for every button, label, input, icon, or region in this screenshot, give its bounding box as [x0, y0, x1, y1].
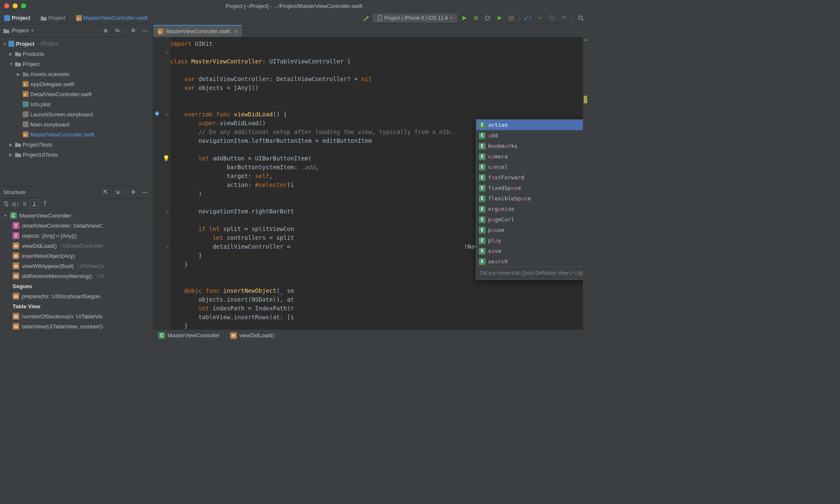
project-icon [8, 41, 14, 47]
sync-icon[interactable]: ↙✓ [524, 13, 533, 23]
history-icon[interactable] [547, 13, 556, 23]
enum-badge-icon: E [479, 132, 486, 139]
chevron-right-icon[interactable]: ▶ [17, 72, 21, 76]
locate-icon[interactable]: ⊕ [101, 26, 110, 35]
completion-item[interactable]: EbookmarksUIBarButtonSystemItem [476, 141, 588, 151]
completion-item[interactable]: EsearchUIBarButtonSystemItem [476, 256, 588, 267]
structure-item[interactable]: minsertNewObject(Any) [0, 251, 153, 261]
stop-button[interactable] [507, 13, 516, 23]
method-badge-icon: m [13, 252, 19, 259]
tree-item[interactable]: sDetailViewController.swift [0, 89, 153, 99]
tree-item[interactable]: Info.plist [0, 99, 153, 109]
sort-icon[interactable]: ⇅ [3, 200, 9, 208]
structure-item[interactable]: mdidReceiveMemoryWarning() ↑UI [0, 271, 153, 281]
structure-item[interactable]: mtableView(UITableView, numberO [0, 321, 153, 331]
completion-item[interactable]: EcameraUIBarButtonSystemItem [476, 151, 588, 162]
collapse-icon[interactable]: ⇆ [113, 26, 122, 35]
close-icon[interactable]: × [234, 28, 238, 35]
chevron-down-icon[interactable]: ▼ [9, 62, 13, 66]
tree-item[interactable]: ▶Assets.xcassets [0, 69, 153, 79]
revert-icon[interactable]: ↶ [559, 13, 568, 23]
code-editor[interactable]: 💡 o ⊟ ⊟ ⊟ ⊟ import UIKit class MasterVie… [153, 37, 588, 329]
autoscroll-from-icon[interactable]: ⤒ [42, 200, 47, 208]
breadcrumb-file[interactable]: s MasterViewController.swift [74, 15, 150, 21]
completion-item[interactable]: EsaveUIBarButtonSystemItem [476, 246, 588, 256]
chevron-right-icon[interactable]: ▶ [9, 152, 13, 157]
completion-item[interactable]: EfastForwardUIBarButtonSystemItem [476, 172, 588, 183]
tree-item[interactable]: LaunchScreen.storyboard [0, 109, 153, 119]
fold-icon[interactable]: ⊟ [166, 207, 168, 216]
structure-item[interactable]: mviewWillAppear(Bool) ↑UIViewCo [0, 261, 153, 271]
minimize-icon[interactable] [13, 3, 18, 8]
override-marker-icon[interactable]: o [154, 110, 160, 119]
structure-item[interactable]: Table View [0, 301, 153, 311]
tree-item[interactable]: ▶ProjectTests [0, 139, 153, 150]
chevron-down-icon[interactable]: ▼ [3, 42, 7, 46]
svg-rect-10 [8, 41, 14, 47]
swift-file-icon: s [76, 15, 82, 21]
gear-icon[interactable]: ✲ [129, 188, 138, 197]
fold-icon[interactable]: ⊟ [166, 242, 168, 251]
fold-icon[interactable]: ⊟ [166, 110, 168, 119]
chevron-right-icon[interactable]: ▶ [9, 142, 13, 147]
completion-item[interactable]: EplayUIBarButtonSystemItem [476, 235, 588, 246]
run-configuration[interactable]: Project | iPhone 8 | iOS 11.4 ▼ [373, 14, 457, 22]
close-icon[interactable] [4, 3, 9, 8]
tree-item[interactable]: ▶Products [0, 49, 153, 59]
intention-bulb-icon[interactable]: 💡 [163, 154, 170, 163]
collapse-icon[interactable]: ⇲ [113, 188, 122, 197]
maximize-icon[interactable] [21, 3, 26, 8]
build-icon[interactable] [361, 13, 370, 23]
gear-icon[interactable]: ✲ [129, 26, 138, 35]
breadcrumb-folder[interactable]: Project [39, 15, 67, 21]
chevron-right-icon[interactable]: ▶ [9, 52, 13, 56]
autoscroll-icon[interactable]: ⤓ [30, 199, 39, 209]
sort-alpha-icon[interactable]: a↓ [12, 200, 19, 208]
completion-item[interactable]: EflexibleSpaceUIBarButtonSystemItem [476, 193, 588, 204]
coverage-icon[interactable] [483, 13, 492, 23]
completion-item[interactable]: EpauseUIBarButtonSystemItem [476, 225, 588, 235]
completion-item[interactable]: EfixedSpaceUIBarButtonSystemItem [476, 183, 588, 193]
tree-item[interactable]: sAppDelegate.swift [0, 79, 153, 89]
project-tree[interactable]: ▼ Project ~/Project ▶Products▼Project▶As… [0, 37, 153, 186]
editor-tab[interactable]: s MasterViewController.swift × [153, 25, 242, 37]
structure-item[interactable]: mviewDidLoad() ↑UIViewController [0, 241, 153, 251]
method-badge-icon: m [13, 242, 19, 249]
completion-item[interactable]: EpageCurlUIBarButtonSystemItem [476, 214, 588, 225]
tree-item[interactable]: sMasterViewController.swift [0, 129, 153, 139]
editor-breadcrumb[interactable]: C MasterViewController 〉 m viewDidLoad() [153, 329, 588, 341]
completion-tip: Did you know that Quick Definition View … [476, 267, 588, 279]
tree-item[interactable]: ▶ProjectUITests [0, 150, 153, 160]
attach-icon[interactable] [495, 13, 504, 23]
expand-icon[interactable]: ⇱ [101, 188, 110, 197]
chevron-down-icon[interactable]: ▼ [30, 29, 34, 33]
svg-rect-6 [500, 18, 502, 21]
filter-icon[interactable]: ≡ [23, 200, 26, 208]
completion-popup[interactable]: EactionUIBarButtonSystemItemEaddUIBarBut… [476, 119, 588, 280]
tree-item[interactable]: ▼Project [0, 59, 153, 69]
completion-item[interactable]: EorganizeUIBarButtonSystemItem [476, 204, 588, 214]
structure-item[interactable]: mprepare(for: UIStoryboardSegue, [0, 291, 153, 301]
commit-icon[interactable]: ✓ [536, 13, 545, 23]
completion-item[interactable]: EaddUIBarButtonSystemItem [476, 130, 588, 141]
structure-item[interactable]: fobjects: [Any] = [Any]() [0, 231, 153, 241]
chevron-down-icon[interactable]: ▼ [3, 213, 8, 218]
structure-toolbar: ⇅ a↓ ≡ ⤓ ⤒ [0, 199, 153, 210]
search-icon[interactable] [576, 13, 585, 23]
run-button[interactable] [459, 13, 469, 23]
hide-icon[interactable]: — [140, 188, 150, 197]
hide-icon[interactable]: — [140, 26, 150, 35]
completion-item[interactable]: EactionUIBarButtonSystemItem [476, 120, 588, 130]
tree-item[interactable]: Main.storyboard [0, 119, 153, 129]
breadcrumb-root[interactable]: Project [3, 15, 32, 21]
scroll-track[interactable] [583, 37, 588, 329]
structure-class[interactable]: ▼ C MasterViewController [0, 210, 153, 220]
project-icon [4, 15, 10, 21]
completion-item[interactable]: EcancelUIBarButtonSystemItem [476, 162, 588, 172]
structure-item[interactable]: fdetailViewController: DetailViewC [0, 220, 153, 231]
tree-root[interactable]: ▼ Project ~/Project [0, 39, 153, 49]
structure-item[interactable]: Segues [0, 281, 153, 291]
fold-icon[interactable]: ⊟ [166, 48, 168, 57]
debug-button[interactable] [471, 13, 480, 23]
structure-item[interactable]: mnumberOfSections(in: UITableVie [0, 311, 153, 321]
